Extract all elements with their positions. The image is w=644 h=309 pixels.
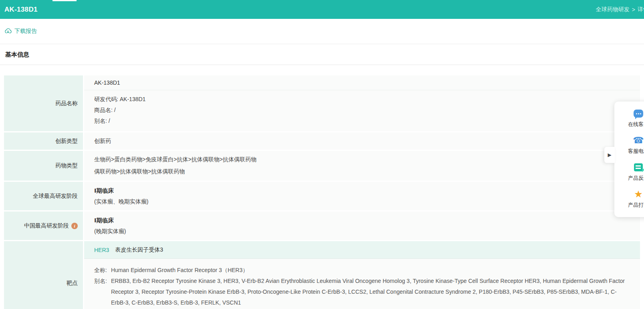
chat-bubble-icon: [634, 109, 643, 118]
china-stage-label-text: 中国最高研发阶段: [24, 222, 69, 230]
basic-info-table: 药品名称 AK-138D1 研发代码: AK-138D1 商品名: / 别名: …: [4, 75, 640, 309]
collapse-arrow-icon: ▶: [608, 152, 611, 158]
global-stage-phase: Ⅰ期临床: [94, 186, 630, 195]
page-title: AK-138D1: [4, 6, 38, 14]
drug-type-path-1: 生物药>蛋白类药物>免疫球蛋白>抗体>抗体偶联物>抗体偶联药物: [94, 153, 630, 165]
top-tab-notch: [52, 0, 77, 1]
basic-info-section-header: 基本信息: [0, 44, 644, 65]
product-rating-label: 产品打分: [628, 201, 644, 209]
drug-dev-code: 研发代码: AK-138D1: [94, 94, 630, 105]
label-innovation-type: 创新类型: [4, 132, 83, 150]
label-global-stage: 全球最高研发阶段: [4, 182, 83, 210]
page-header: AK-138D1 全球药物研发 > 详情: [0, 0, 644, 19]
target-alias-label: 别名:: [94, 276, 107, 308]
target-fullname-row: 全称: Human Epidermal Growth Factor Recept…: [94, 265, 630, 276]
target-code-link[interactable]: HER3: [94, 247, 109, 253]
global-stage-scope: (实体瘤、晚期实体瘤): [94, 197, 630, 205]
value-target: HER3 表皮生长因子受体3 全称: Human Epidermal Growt…: [84, 241, 640, 309]
drug-trade-name: 商品名: /: [94, 105, 630, 116]
drug-alias: 别名: /: [94, 116, 630, 126]
download-toolbar: 下载报告: [0, 19, 644, 44]
breadcrumb: 全球药物研发 > 详情: [596, 0, 644, 19]
feedback-form-icon: [634, 163, 643, 172]
product-rating-item[interactable]: ★ 产品打分: [614, 185, 644, 212]
row-global-stage: 全球最高研发阶段 Ⅰ期临床 (实体瘤、晚期实体瘤): [4, 182, 640, 210]
row-drug-name: 药品名称 AK-138D1 研发代码: AK-138D1 商品名: / 别名: …: [4, 75, 640, 131]
breadcrumb-separator: >: [632, 6, 635, 13]
label-drug-name: 药品名称: [4, 75, 83, 131]
value-china-stage: Ⅰ期临床 (晚期实体瘤): [84, 211, 640, 240]
label-china-stage: 中国最高研发阶段 i: [4, 211, 83, 240]
value-global-stage: Ⅰ期临床 (实体瘤、晚期实体瘤): [84, 182, 640, 210]
service-phone-item[interactable]: ☎ 客服电话: [614, 132, 644, 159]
phone-icon: ☎: [633, 136, 644, 145]
row-china-stage: 中国最高研发阶段 i Ⅰ期临床 (晚期实体瘤): [4, 211, 640, 240]
info-icon[interactable]: i: [71, 223, 78, 229]
download-report-label: 下载报告: [14, 28, 37, 35]
section-title: 基本信息: [5, 51, 29, 58]
online-service-label: 在线客服: [628, 121, 644, 128]
value-innovation-type: 创新药: [84, 132, 640, 150]
cloud-download-icon: [4, 28, 12, 35]
panel-collapse-button[interactable]: ▶: [604, 147, 615, 163]
floating-service-panel: 在线客服 ☎ 客服电话 产品反馈 ★ 产品打分: [614, 102, 644, 217]
online-service-item[interactable]: 在线客服: [614, 105, 644, 132]
breadcrumb-root[interactable]: 全球药物研发: [596, 6, 630, 13]
value-drug-type: 生物药>蛋白类药物>免疫球蛋白>抗体>抗体偶联物>抗体偶联药物 偶联药物>抗体偶…: [84, 151, 640, 181]
target-body: 全称: Human Epidermal Growth Factor Recept…: [84, 259, 640, 309]
target-fullname-value: Human Epidermal Growth Factor Receptor 3…: [111, 265, 630, 276]
target-head: HER3 表皮生长因子受体3: [84, 241, 640, 259]
drug-name-details: 研发代码: AK-138D1 商品名: / 别名: /: [84, 90, 640, 131]
drug-type-path-2: 偶联药物>抗体偶联物>抗体偶联药物: [94, 165, 630, 177]
service-phone-label: 客服电话: [628, 148, 644, 155]
china-stage-phase: Ⅰ期临床: [94, 216, 630, 225]
row-drug-type: 药物类型 生物药>蛋白类药物>免疫球蛋白>抗体>抗体偶联物>抗体偶联药物 偶联药…: [4, 151, 640, 181]
label-target: 靶点: [4, 241, 83, 309]
download-report-button[interactable]: 下载报告: [4, 28, 37, 35]
target-chinese-name: 表皮生长因子受体3: [115, 246, 163, 254]
drug-primary-name: AK-138D1: [84, 75, 640, 90]
breadcrumb-current: 详情: [638, 6, 644, 13]
row-target: 靶点 HER3 表皮生长因子受体3 全称: Human Epidermal Gr…: [4, 241, 640, 309]
china-stage-scope: (晚期实体瘤): [94, 227, 630, 235]
product-feedback-label: 产品反馈: [628, 175, 644, 182]
label-drug-type: 药物类型: [4, 151, 83, 181]
row-innovation-type: 创新类型 创新药: [4, 132, 640, 150]
product-feedback-item[interactable]: 产品反馈: [614, 159, 644, 185]
target-alias-value: ERBB3, Erb-B2 Receptor Tyrosine Kinase 3…: [111, 276, 630, 308]
target-fullname-label: 全称:: [94, 265, 107, 276]
value-drug-name: AK-138D1 研发代码: AK-138D1 商品名: / 别名: /: [84, 75, 640, 131]
star-icon: ★: [634, 189, 643, 199]
target-alias-row: 别名: ERBB3, Erb-B2 Receptor Tyrosine Kina…: [94, 276, 630, 308]
